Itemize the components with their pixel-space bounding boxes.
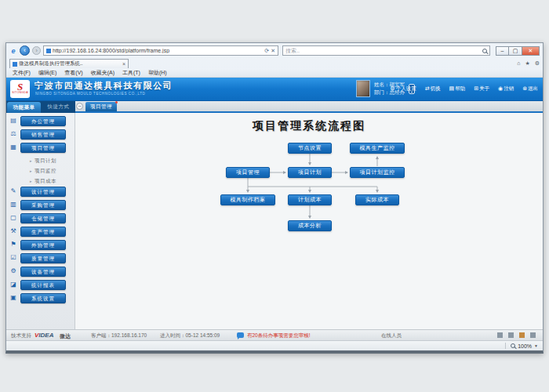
flow-node-actual-cost[interactable]: 实际成本 (355, 194, 399, 205)
todo-alert[interactable]: 有20条待办事项需要您审核! (247, 332, 311, 339)
flow-node-project-management[interactable]: 项目管理 (226, 167, 270, 178)
menu-help[interactable]: 帮助(H) (148, 69, 167, 77)
sidebar-item-outsourcing[interactable]: ⚑外协管理 (6, 239, 75, 252)
app-header: S SITONGDA 宁波市四通达模具科技有限公司 NINGBO SITONGD… (6, 78, 543, 101)
client-ip: 客户端：192.168.16.170 (91, 332, 147, 339)
system-settings-icon: ▣ (8, 294, 19, 301)
zoom-level: 100% (518, 343, 532, 349)
menu-file[interactable]: 文件(F) (13, 69, 31, 77)
outsourcing-management-icon: ⚑ (8, 241, 19, 248)
sidebar-subitem-project-plan[interactable]: ▸项目计划 (6, 155, 75, 165)
company-name: 宁波市四通达模具科技有限公司 (35, 80, 173, 92)
browser-tab[interactable]: 微达模具制造执行管理系统.. × (9, 59, 129, 68)
address-bar[interactable]: http://192.168.16.24:8000/std/platform/f… (43, 45, 278, 56)
home-icon[interactable]: ⌂ (517, 60, 520, 67)
tab-function-menu[interactable]: 功能菜单 (7, 102, 41, 113)
submenu-arrow-icon: ▸ (30, 179, 32, 183)
logoff-icon: ◉ (498, 85, 503, 91)
sales-management-icon: ⚖ (8, 130, 19, 137)
back-button[interactable]: ‹ (20, 45, 30, 56)
flow-node-mould-archives[interactable]: 模具制作档案 (220, 194, 275, 205)
online-users-label[interactable]: 在线人员 (381, 332, 402, 339)
status-icon-4[interactable] (530, 332, 536, 338)
sidebar-item-warehouse[interactable]: ▢仓储管理 (6, 212, 75, 226)
url-text[interactable]: http://192.168.16.24:8000/std/platform/f… (53, 48, 263, 53)
search-placeholder: 搜索.. (285, 47, 300, 55)
exit-button[interactable]: ⊗退出 (522, 85, 538, 93)
sidebar-item-equipment[interactable]: ⚙设备管理 (6, 266, 75, 279)
flow-node-planned-cost[interactable]: 计划成本 (288, 194, 332, 205)
sidebar-item-production[interactable]: ⚒生产管理 (6, 226, 75, 239)
tab-shortcuts[interactable]: 快捷方式 (42, 101, 75, 113)
statistics-reports-icon: ◪ (8, 281, 19, 288)
help-icon: ▤ (449, 85, 455, 91)
sidebar: ▤办公管理 ⚖销售管理 ▦项目管理 ▸项目计划 ▸项目监控 ▸项目成本 ✎设计管… (6, 113, 75, 329)
refresh-icon[interactable]: ⟳ (264, 48, 269, 54)
sidebar-item-design[interactable]: ✎设计管理 (6, 186, 75, 199)
logo-text: SITONGDA (10, 92, 30, 95)
app-status-bar: 技术支持 VIDEA 微达 客户端：192.168.16.170 进入时间：05… (6, 329, 543, 340)
flow-node-mould-production-monitor[interactable]: 模具生产监控 (350, 143, 405, 154)
notification-dot (115, 101, 118, 103)
status-icons (497, 332, 536, 338)
favorites-icon[interactable]: ★ (525, 60, 529, 67)
sidebar-item-sales[interactable]: ⚖销售管理 (6, 129, 75, 142)
page-favicon (46, 49, 51, 53)
content-area: 项目管理系统流程图 (75, 113, 543, 329)
design-management-icon: ✎ (8, 187, 19, 194)
logoff-button[interactable]: ◉注销 (498, 85, 514, 93)
sidebar-subitem-project-cost[interactable]: ▸项目成本 (6, 176, 75, 186)
status-icon-1[interactable] (497, 332, 503, 338)
sidebar-item-quality[interactable]: ☑质量管理 (6, 252, 75, 266)
zoom-control[interactable]: 100% ▼ (505, 343, 538, 349)
about-button[interactable]: ⊞关于 (474, 85, 489, 93)
production-management-icon: ⚒ (8, 227, 19, 234)
content-tab-bar: − 项目管理 (75, 101, 543, 113)
window-controls: – ▢ ✕ (496, 46, 540, 56)
zoom-icon (511, 343, 515, 348)
browser-chrome: e ‹ › http://192.168.16.24:8000/std/plat… (6, 43, 543, 58)
equipment-management-icon: ⚙ (8, 267, 19, 274)
videa-logo: VIDEA (35, 332, 53, 339)
sidebar-item-project[interactable]: ▦项目管理 (6, 142, 75, 155)
search-icon[interactable] (482, 49, 487, 53)
flow-node-cost-analysis[interactable]: 成本分析 (288, 220, 332, 231)
menu-favorites[interactable]: 收藏夹(A) (91, 69, 115, 77)
sidebar-subitem-project-monitor[interactable]: ▸项目监控 (6, 165, 75, 176)
maximize-button[interactable]: ▢ (509, 46, 522, 56)
sidebar-collapse-button[interactable]: − (76, 103, 83, 110)
switch-user-button[interactable]: ⇄切换 (425, 85, 441, 93)
sidebar-item-office[interactable]: ▤办公管理 (6, 115, 75, 129)
menu-tools[interactable]: 工具(T) (122, 69, 140, 77)
forward-button[interactable]: › (32, 46, 41, 55)
sidebar-tabs: 功能菜单 快捷方式 (6, 101, 75, 113)
flow-node-project-plan[interactable]: 项目计划 (288, 167, 332, 178)
exit-icon: ⊗ (522, 85, 527, 91)
user-avatar[interactable] (356, 80, 370, 97)
status-icon-3[interactable] (519, 332, 525, 338)
sidebar-item-reports[interactable]: ◪统计报表 (6, 279, 75, 292)
sidebar-item-system[interactable]: ▣系统设置 (6, 292, 75, 306)
tab-close-icon[interactable]: × (122, 61, 125, 67)
support-label: 技术支持 (11, 332, 31, 339)
browser-menu-bar: 文件(F) 编辑(E) 查看(V) 收藏夹(A) 工具(T) 帮助(H) (6, 68, 543, 78)
browser-search-input[interactable]: 搜索.. (282, 45, 490, 56)
flow-node-plan-monitor[interactable]: 项目计划监控 (350, 167, 405, 178)
tab-favicon (13, 62, 17, 67)
help-button[interactable]: ▤帮助 (449, 85, 466, 93)
company-name-en: NINGBO SITONGDA MOULD TECHNOLOGIES CO.,L… (35, 92, 145, 96)
status-icon-2[interactable] (508, 332, 514, 338)
close-button[interactable]: ✕ (522, 46, 540, 56)
flow-node-node-settings[interactable]: 节点设置 (288, 143, 332, 154)
sidebar-item-purchase[interactable]: ▥采购管理 (6, 199, 75, 212)
chevron-down-icon[interactable]: ▼ (534, 343, 538, 348)
login-time: 进入时间：05-12 14:55:09 (160, 332, 220, 339)
menu-edit[interactable]: 编辑(E) (38, 69, 56, 77)
tab-project-management[interactable]: 项目管理 (85, 102, 117, 111)
stop-icon[interactable]: ✕ (271, 48, 275, 54)
menu-view[interactable]: 查看(V) (64, 69, 82, 77)
minimize-button[interactable]: – (496, 46, 509, 56)
message-bubble-icon[interactable] (237, 332, 244, 338)
tools-icon[interactable]: ⚙ (535, 60, 540, 67)
personal-settings-button[interactable]: ⚙个人设置 (390, 85, 416, 93)
